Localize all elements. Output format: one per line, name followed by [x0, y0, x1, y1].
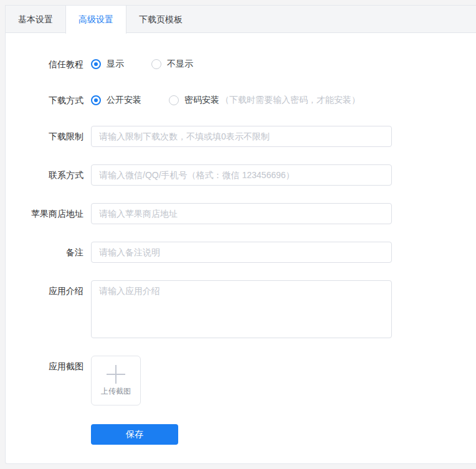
- settings-card: 基本设置 高级设置 下载页模板 信任教程 显示 不显示 下载方式: [5, 5, 476, 464]
- password-install-hint: （下载时需要输入密码，才能安装）: [221, 95, 360, 106]
- upload-screenshot-text: 上传截图: [101, 386, 131, 397]
- download-limit-row: 下载限制: [6, 126, 476, 147]
- apple-store-label: 苹果商店地址: [6, 203, 83, 224]
- radio-unselected-icon: [169, 95, 179, 105]
- radio-password-install[interactable]: 密码安装: [169, 95, 219, 106]
- radio-unselected-icon: [151, 59, 161, 69]
- download-limit-label: 下载限制: [6, 126, 83, 147]
- download-method-label: 下载方式: [6, 90, 83, 111]
- radio-password-install-label: 密码安装: [184, 95, 219, 106]
- save-button[interactable]: 保存: [91, 424, 178, 445]
- radio-selected-icon: [91, 95, 101, 105]
- app-intro-row: 应用介绍: [6, 280, 476, 338]
- tab-advanced-settings[interactable]: 高级设置: [65, 6, 126, 34]
- save-row: 保存: [91, 424, 476, 445]
- app-intro-label: 应用介绍: [6, 280, 83, 301]
- remark-row: 备注: [6, 242, 476, 263]
- radio-show[interactable]: 显示: [91, 59, 124, 70]
- tab-download-page-template[interactable]: 下载页模板: [126, 6, 195, 32]
- tab-bar: 基本设置 高级设置 下载页模板: [6, 6, 476, 33]
- advanced-settings-form: 信任教程 显示 不显示 下载方式 公开安装: [6, 33, 476, 445]
- download-method-radio-group: 公开安装 密码安装 （下载时需要输入密码，才能安装）: [91, 90, 360, 111]
- contact-label: 联系方式: [6, 164, 83, 186]
- download-limit-input[interactable]: [91, 126, 392, 147]
- radio-selected-icon: [91, 59, 101, 69]
- radio-hide-label: 不显示: [167, 59, 193, 70]
- contact-row: 联系方式: [6, 164, 476, 186]
- contact-input[interactable]: [91, 164, 392, 186]
- remark-label: 备注: [6, 242, 83, 263]
- radio-public-install[interactable]: 公开安装: [91, 95, 141, 106]
- radio-show-label: 显示: [107, 59, 124, 70]
- trust-tutorial-label: 信任教程: [6, 54, 83, 75]
- app-screenshot-label: 应用截图: [6, 356, 83, 377]
- upload-screenshot-button[interactable]: 上传截图: [91, 356, 141, 405]
- tab-basic-settings[interactable]: 基本设置: [6, 6, 65, 32]
- app-screenshot-row: 应用截图 上传截图: [6, 356, 476, 405]
- apple-store-row: 苹果商店地址: [6, 203, 476, 224]
- trust-tutorial-row: 信任教程 显示 不显示: [6, 54, 476, 75]
- remark-input[interactable]: [91, 242, 392, 263]
- trust-tutorial-radio-group: 显示 不显示: [91, 54, 221, 75]
- radio-hide[interactable]: 不显示: [151, 59, 193, 70]
- download-method-row: 下载方式 公开安装 密码安装 （下载时需要输入密码，才能安装）: [6, 90, 476, 111]
- plus-icon: [107, 365, 125, 384]
- apple-store-input[interactable]: [91, 203, 392, 224]
- app-intro-textarea[interactable]: [91, 280, 392, 338]
- radio-public-install-label: 公开安装: [107, 95, 141, 106]
